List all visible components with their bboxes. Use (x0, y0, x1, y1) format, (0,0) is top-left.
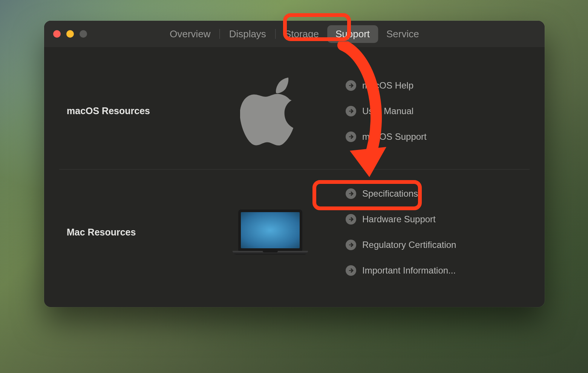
link-regulatory-certification[interactable]: Regulatory Certification (346, 240, 522, 250)
close-button[interactable] (53, 30, 61, 38)
section-icon-area (210, 209, 331, 255)
link-important-information[interactable]: Important Information... (346, 265, 522, 276)
arrow-right-icon (346, 240, 356, 250)
link-macos-support[interactable]: macOS Support (346, 131, 522, 142)
link-label: User Manual (362, 106, 413, 116)
link-label: macOS Help (362, 80, 413, 91)
link-label: Important Information... (362, 265, 456, 276)
link-macos-help[interactable]: macOS Help (346, 80, 522, 91)
tab-divider (220, 29, 220, 39)
arrow-right-icon (346, 265, 356, 276)
arrow-right-icon (346, 131, 356, 142)
annotation-highlight-specifications (312, 180, 422, 210)
link-label: Hardware Support (362, 214, 436, 225)
about-this-mac-window: Overview Displays Storage Support Servic… (44, 21, 545, 307)
zoom-button[interactable] (80, 30, 87, 38)
link-hardware-support[interactable]: Hardware Support (346, 214, 522, 225)
window-controls (53, 30, 87, 38)
link-label: Regulatory Certification (362, 240, 456, 250)
tab-overview[interactable]: Overview (161, 25, 219, 43)
macbook-icon (233, 209, 308, 255)
tab-divider (275, 29, 276, 39)
arrow-right-icon (346, 214, 356, 225)
link-user-manual[interactable]: User Manual (346, 106, 522, 116)
section-title: macOS Resources (67, 105, 210, 116)
section-title: Mac Resources (67, 227, 210, 238)
mac-resources-section: Mac Resources Specifications (59, 169, 530, 295)
link-label: macOS Support (362, 131, 427, 142)
arrow-right-icon (346, 80, 356, 91)
macos-links: macOS Help User Manual macOS Support (331, 80, 522, 142)
macos-resources-section: macOS Resources macOS Help (44, 47, 545, 169)
minimize-button[interactable] (66, 30, 74, 38)
apple-logo-icon (240, 73, 300, 148)
section-icon-area (210, 73, 331, 148)
tab-displays[interactable]: Displays (221, 25, 274, 43)
annotation-highlight-support-tab (283, 13, 351, 41)
window-content: macOS Resources macOS Help (44, 47, 545, 307)
tab-service[interactable]: Service (378, 25, 427, 43)
arrow-right-icon (346, 106, 356, 116)
